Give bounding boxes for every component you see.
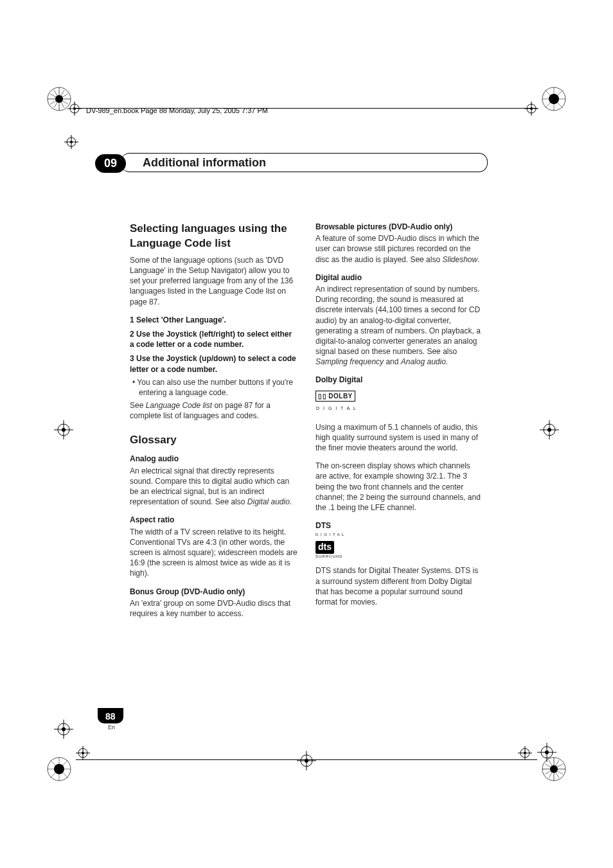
paragraph: An 'extra' group on some DVD-Audio discs… <box>130 598 298 619</box>
crosshair-icon <box>54 720 73 739</box>
step: 2 Use the Joystick (left/right) to selec… <box>130 329 298 350</box>
crosshair-icon <box>64 135 84 154</box>
text: . <box>477 255 479 264</box>
glossary-term: Aspect ratio <box>130 515 298 525</box>
italic-text: Slideshow <box>442 255 477 264</box>
left-column: Selecting languages using the Language C… <box>130 222 298 626</box>
text: and <box>384 357 401 366</box>
bullet: • You can also use the number buttons if… <box>139 377 298 398</box>
logo-subtext: D I G I T A L <box>315 405 358 411</box>
crosshair-icon <box>76 746 95 765</box>
paragraph: An electrical signal that directly repre… <box>130 466 298 508</box>
paragraph: The on-screen display shows which channe… <box>315 461 483 513</box>
glossary-term: DTS <box>315 520 483 531</box>
header-trail: DV-989_en.book Page 88 Monday, July 25, … <box>86 107 268 114</box>
section-heading: Glossary <box>130 433 298 448</box>
text: . <box>290 497 292 506</box>
glossary-term: Bonus Group (DVD-Audio only) <box>130 587 298 597</box>
paragraph: See Language Code list on page 87 for a … <box>130 400 298 421</box>
crosshair-icon <box>518 746 537 765</box>
paragraph: An indirect representation of sound by n… <box>315 284 483 368</box>
logo-text: dts <box>315 541 334 554</box>
glossary-term: Analog audio <box>130 454 298 464</box>
right-column: Browsable pictures (DVD-Audio only) A fe… <box>315 222 483 626</box>
dolby-logo-icon: ▯▯ DOLBY D I G I T A L <box>315 387 483 412</box>
glossary-term: Dolby Digital <box>315 375 483 385</box>
chapter-title: Additional information <box>143 156 266 170</box>
italic-text: Language Code list <box>146 401 212 410</box>
logo-subtext: SURROUND <box>315 554 483 559</box>
paragraph: A feature of some DVD-Audio discs in whi… <box>315 233 483 265</box>
step: 1 Select 'Other Language'. <box>130 315 298 325</box>
text: . <box>446 357 448 366</box>
page-number: 88 <box>98 708 123 723</box>
section-heading: Selecting languages using the Language C… <box>130 222 298 251</box>
crosshair-icon <box>54 420 73 439</box>
crosshair-icon <box>524 102 544 121</box>
paragraph: Some of the language options (such as 'D… <box>130 255 298 307</box>
crosshair-icon <box>540 420 559 439</box>
logo-text: DOLBY <box>328 393 353 400</box>
text: See <box>130 401 146 410</box>
step: 3 Use the Joystick (up/down) to select a… <box>130 353 298 374</box>
crosshair-icon <box>297 751 316 770</box>
paragraph: DTS stands for Digital Theater Systems. … <box>315 565 483 607</box>
glossary-term: Browsable pictures (DVD-Audio only) <box>315 222 483 232</box>
page-lang: En <box>108 724 115 731</box>
logo-subtext: D I G I T A L <box>315 532 483 537</box>
registration-mark-icon <box>46 756 72 782</box>
crosshair-icon <box>537 743 556 762</box>
page: DV-989_en.book Page 88 Monday, July 25, … <box>0 0 613 868</box>
text: An indirect representation of sound by n… <box>315 285 481 356</box>
dts-logo-icon: D I G I T A L dts SURROUND <box>315 532 483 559</box>
registration-mark-icon <box>541 86 567 112</box>
italic-text: Sampling frequency <box>315 357 384 366</box>
italic-text: Analog audio <box>401 357 446 366</box>
paragraph: The width of a TV screen relative to its… <box>130 527 298 579</box>
paragraph: Using a maximum of 5.1 channels of audio… <box>315 422 483 454</box>
glossary-term: Digital audio <box>315 272 483 283</box>
content-columns: Selecting languages using the Language C… <box>130 222 483 626</box>
crosshair-icon <box>67 102 87 121</box>
italic-text: Digital audio <box>247 497 290 506</box>
